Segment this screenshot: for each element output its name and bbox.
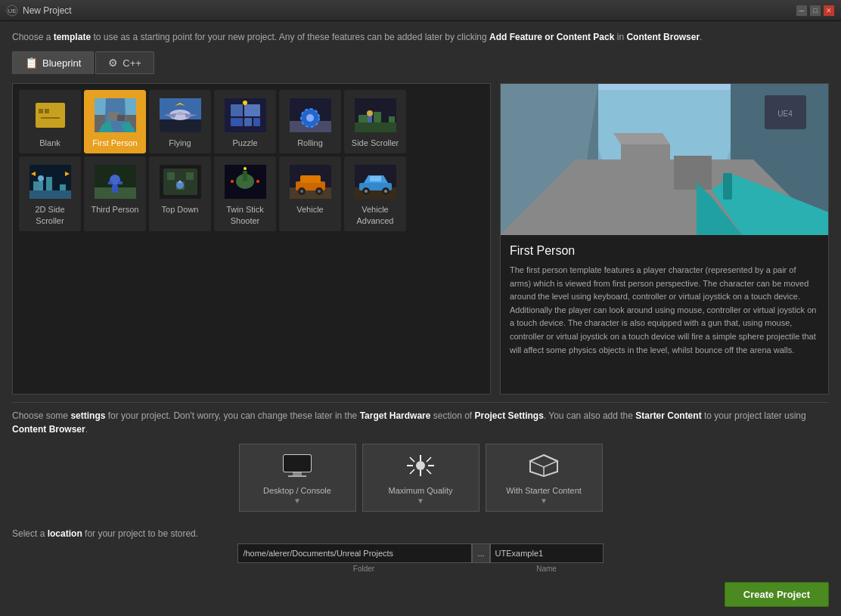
template-vehicle-advanced[interactable]: Vehicle Advanced bbox=[344, 156, 406, 231]
titlebar-left: UE New Project bbox=[6, 5, 72, 17]
template-third-person[interactable]: Third Person bbox=[84, 156, 146, 231]
starter-content-button[interactable]: With Starter Content ▼ bbox=[486, 444, 603, 512]
template-first-person[interactable]: First Person bbox=[84, 90, 146, 153]
preview-info: First Person The first person template f… bbox=[501, 235, 828, 394]
titlebar: UE New Project ─ □ ✕ bbox=[0, 0, 841, 21]
template-2d-side-scroller[interactable]: 2D Side Scroller bbox=[19, 156, 81, 231]
svg-rect-12 bbox=[117, 115, 125, 121]
svg-point-33 bbox=[306, 114, 314, 122]
template-puzzle[interactable]: Puzzle bbox=[214, 90, 276, 153]
template-rolling[interactable]: Rolling bbox=[279, 90, 341, 153]
tab-cpp-label: C++ bbox=[123, 57, 141, 69]
template-rolling-thumb bbox=[287, 95, 333, 135]
quality-arrow: ▼ bbox=[417, 497, 424, 505]
close-button[interactable]: ✕ bbox=[823, 5, 835, 17]
location-bold: location bbox=[48, 528, 82, 539]
template-vehicle-thumb bbox=[287, 162, 333, 201]
minimize-button[interactable]: ─ bbox=[796, 5, 808, 17]
svg-point-68 bbox=[231, 180, 234, 183]
svg-rect-23 bbox=[231, 104, 243, 116]
add-feature-bold: Add Feature or Content Pack bbox=[489, 32, 614, 42]
svg-rect-42 bbox=[29, 190, 71, 199]
svg-point-85 bbox=[365, 190, 368, 193]
template-third-person-label: Third Person bbox=[92, 204, 139, 215]
svg-point-77 bbox=[318, 190, 321, 193]
preview-panel: UE4 First Person The first person templa… bbox=[500, 83, 829, 395]
template-grid-container: Blank bbox=[12, 83, 491, 395]
maximize-button[interactable]: □ bbox=[809, 5, 821, 17]
starter-content-icon bbox=[529, 453, 559, 481]
preview-image: UE4 bbox=[501, 84, 828, 235]
content-browser-bold: Content Browser bbox=[626, 32, 700, 42]
svg-rect-94 bbox=[621, 144, 670, 190]
template-vehicle[interactable]: Vehicle bbox=[279, 156, 341, 231]
window-title: New Project bbox=[23, 5, 72, 16]
template-vehicle-advanced-label: Vehicle Advanced bbox=[348, 204, 402, 226]
svg-rect-59 bbox=[186, 172, 194, 180]
svg-text:UE: UE bbox=[8, 8, 16, 14]
desktop-console-button[interactable]: Desktop / Console ▼ bbox=[239, 444, 356, 512]
name-input[interactable] bbox=[490, 543, 604, 563]
preview-title: First Person bbox=[510, 244, 819, 258]
svg-rect-45 bbox=[60, 184, 66, 190]
svg-rect-44 bbox=[46, 177, 52, 190]
template-flying[interactable]: Flying bbox=[149, 90, 211, 153]
svg-rect-5 bbox=[45, 109, 49, 113]
maximum-quality-button[interactable]: Maximum Quality ▼ bbox=[362, 444, 479, 512]
svg-point-76 bbox=[300, 190, 303, 193]
header-description: Choose a template to use as a starting p… bbox=[12, 30, 829, 44]
svg-rect-55 bbox=[118, 181, 123, 184]
settings-buttons: Desktop / Console ▼ bbox=[12, 444, 829, 512]
svg-text:UE4: UE4 bbox=[777, 110, 793, 118]
name-label: Name bbox=[536, 565, 557, 573]
browse-button[interactable]: ... bbox=[472, 543, 489, 563]
svg-rect-99 bbox=[723, 173, 732, 200]
project-settings-bold: Project Settings bbox=[474, 410, 543, 421]
svg-line-110 bbox=[410, 457, 414, 462]
svg-rect-35 bbox=[355, 122, 396, 132]
titlebar-controls: ─ □ ✕ bbox=[796, 5, 835, 17]
svg-rect-26 bbox=[244, 118, 252, 126]
settings-content-browser-bold: Content Browser bbox=[12, 424, 85, 435]
folder-input[interactable] bbox=[237, 543, 472, 563]
template-puzzle-label: Puzzle bbox=[232, 138, 257, 148]
template-blank[interactable]: Blank bbox=[19, 90, 81, 153]
template-blank-label: Blank bbox=[39, 138, 61, 148]
svg-rect-93 bbox=[598, 84, 731, 90]
template-flying-label: Flying bbox=[169, 138, 191, 148]
template-twin-stick-shooter[interactable]: Twin Stick Shooter bbox=[214, 156, 276, 231]
desktop-console-label: Desktop / Console bbox=[263, 486, 331, 495]
svg-point-39 bbox=[367, 110, 373, 116]
svg-marker-116 bbox=[530, 455, 557, 467]
content-area: Blank bbox=[12, 83, 829, 395]
svg-marker-95 bbox=[613, 133, 670, 144]
svg-point-46 bbox=[38, 175, 44, 181]
svg-rect-66 bbox=[243, 171, 247, 181]
template-2d-side-scroller-label: 2D Side Scroller bbox=[23, 204, 77, 226]
svg-rect-3 bbox=[36, 103, 65, 128]
template-top-down[interactable]: Top Down bbox=[149, 156, 211, 231]
svg-rect-40 bbox=[368, 116, 372, 122]
location-fields: ... Folder Name bbox=[12, 543, 829, 573]
tab-blueprint-label: Blueprint bbox=[42, 57, 81, 69]
location-description: Select a location for your project to be… bbox=[12, 528, 829, 539]
target-hardware-bold: Target Hardware bbox=[360, 410, 431, 421]
tab-blueprint[interactable]: 📋 Blueprint bbox=[12, 51, 94, 74]
svg-rect-11 bbox=[108, 112, 119, 121]
template-rolling-label: Rolling bbox=[297, 138, 323, 148]
svg-rect-103 bbox=[284, 455, 311, 472]
template-side-scroller-thumb bbox=[352, 95, 398, 135]
settings-bold: settings bbox=[70, 410, 105, 421]
svg-rect-82 bbox=[370, 176, 381, 181]
create-project-button[interactable]: Create Project bbox=[725, 582, 829, 607]
svg-rect-37 bbox=[374, 112, 381, 122]
template-side-scroller[interactable]: Side Scroller bbox=[344, 90, 406, 153]
tab-cpp[interactable]: ⚙ C++ bbox=[95, 51, 154, 74]
template-side-scroller-label: Side Scroller bbox=[352, 138, 399, 148]
template-vehicle-label: Vehicle bbox=[296, 204, 323, 215]
svg-line-113 bbox=[410, 469, 414, 474]
svg-rect-105 bbox=[288, 475, 306, 477]
svg-rect-47 bbox=[39, 181, 43, 190]
svg-rect-96 bbox=[674, 156, 712, 190]
template-grid: Blank bbox=[19, 90, 484, 231]
